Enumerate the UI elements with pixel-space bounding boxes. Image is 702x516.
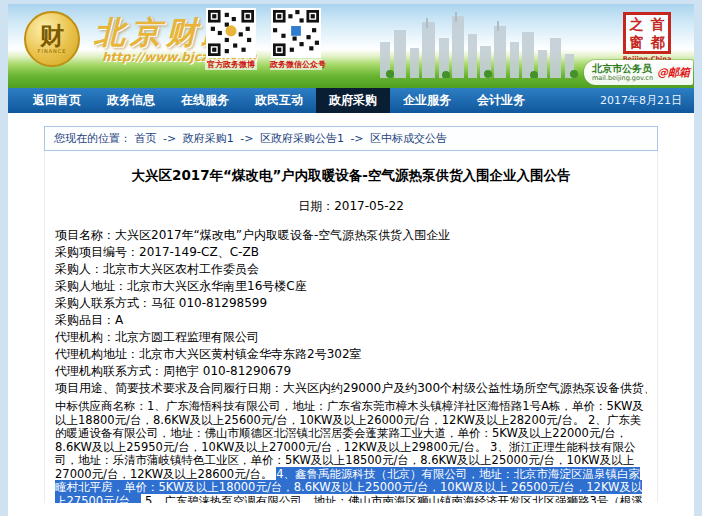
- suppliers-text-after-selection: 5、广东碧涞热泵空调有限公司，地址：佛山市南海区狮山镇南海经济开发区北区强狮路3…: [55, 494, 646, 504]
- coin-glyph: 财: [40, 24, 64, 48]
- nav-item-enterprise[interactable]: 企业服务: [390, 88, 464, 113]
- nav-item-procurement[interactable]: 政府采购: [316, 88, 390, 113]
- field-row: 代理机构：北京方圆工程监理有限公司: [55, 329, 647, 346]
- seal-char: 首: [647, 17, 668, 31]
- capital-window-seal[interactable]: 之 首 窗 都 Beijing-China: [618, 12, 676, 63]
- wechat-qr-code-icon: [271, 8, 321, 58]
- breadcrumb: 您现在的位置： 首页 -> 政府采购1 -> 区政府采购公告1 -> 区中标成交…: [44, 126, 658, 151]
- breadcrumb-district-notices[interactable]: 区政府采购公告1: [260, 132, 344, 145]
- announcement-fields: 项目名称：大兴区2017年“煤改电”户内取暖设备-空气源热泵供货入围企业 采购项…: [55, 227, 647, 397]
- finance-coin-icon[interactable]: 财 FINANCE: [24, 11, 80, 67]
- field-value: 大兴区2017年“煤改电”户内取暖设备-空气源热泵供货入围企业: [115, 228, 450, 242]
- weibo-qr-code-icon: [206, 8, 256, 58]
- nav-item-gov-info[interactable]: 政务信息: [94, 88, 168, 113]
- field-row: 采购人：北京市大兴区农村工作委员会: [55, 261, 647, 278]
- breadcrumb-award-notices[interactable]: 区中标成交公告: [370, 132, 447, 145]
- field-label: 代理机构地址：: [55, 347, 139, 361]
- field-label: 采购人地址：: [55, 279, 127, 293]
- field-value: 马征 010-81298599: [151, 296, 267, 310]
- current-date: 2017年8月21日: [600, 88, 682, 113]
- civil-servant-mail-badge[interactable]: 北京市公务员 mail.beijing.gov.cn @邮箱: [584, 60, 693, 85]
- field-row: 项目名称：大兴区2017年“煤改电”户内取暖设备-空气源热泵供货入围企业: [55, 227, 647, 244]
- field-value: 周艳宇 010-81290679: [163, 364, 291, 378]
- nav-item-interaction[interactable]: 政民互动: [242, 88, 316, 113]
- seal-char: 都: [647, 35, 668, 49]
- breadcrumb-home[interactable]: 首页: [135, 132, 157, 145]
- mail-badge-title: 北京市公务员: [592, 63, 653, 74]
- field-row: 项目用途、简要技术要求及合同履行日期：大兴区内约29000户及约300个村级公益…: [55, 380, 647, 397]
- content-area: 您现在的位置： 首页 -> 政府采购1 -> 区政府采购公告1 -> 区中标成交…: [8, 126, 694, 503]
- email-icon: @邮箱: [657, 65, 690, 80]
- field-row: 代理机构联系方式：周艳宇 010-81290679: [55, 363, 647, 380]
- page: 财 FINANCE 北京财政 http://www.bjcz.gov.cn: [8, 4, 694, 516]
- field-row: 采购品目：A: [55, 312, 647, 329]
- main-navigation: 返回首页 政务信息 在线服务 政民互动 政府采购 企业服务 会计业务 2017年…: [8, 88, 694, 113]
- field-label: 采购人：: [55, 262, 103, 276]
- field-value: 北京市大兴区永华南里16号楼C座: [127, 279, 307, 293]
- field-value: A: [115, 313, 123, 327]
- breadcrumb-procurement[interactable]: 政府采购1: [183, 132, 234, 145]
- winning-suppliers-paragraph: 中标供应商名称：1、广东海悟科技有限公司，地址：广东省东莞市樟木头镇樟洋社区海悟…: [55, 400, 647, 503]
- announcement-article: 大兴区2017年“煤改电”户内取暖设备-空气源热泵供货入围企业入围公告 日期：2…: [44, 151, 658, 503]
- breadcrumb-separator: ->: [347, 132, 366, 145]
- weibo-qr-block: 官方政务微博: [205, 8, 257, 70]
- field-value: 大兴区内约29000户及约300个村级公益性场所空气源热泵设备供货、安装及售后服…: [283, 381, 647, 395]
- field-label: 项目名称：: [55, 228, 115, 242]
- wechat-qr-label: 政务微信公众号: [270, 59, 322, 70]
- breadcrumb-separator: ->: [160, 132, 179, 145]
- nav-item-home[interactable]: 返回首页: [20, 88, 94, 113]
- announcement-date: 日期：2017-05-22: [55, 198, 647, 215]
- field-label: 项目用途、简要技术要求及合同履行日期：: [55, 381, 283, 395]
- field-row: 采购人联系方式：马征 010-81298599: [55, 295, 647, 312]
- seal-char: 之: [626, 17, 647, 31]
- field-label: 代理机构联系方式：: [55, 364, 163, 378]
- field-label: 采购项目编号：: [55, 245, 139, 259]
- wechat-qr-block: 政务微信公众号: [270, 8, 322, 70]
- field-label: 采购人联系方式：: [55, 296, 151, 310]
- field-value: 2017-149-CZ、C-ZB: [139, 245, 259, 259]
- browser-viewport: 财 FINANCE 北京财政 http://www.bjcz.gov.cn: [0, 0, 702, 516]
- mail-badge-url: mail.beijing.gov.cn: [592, 74, 653, 82]
- field-row: 采购人地址：北京市大兴区永华南里16号楼C座: [55, 278, 647, 295]
- field-label: 代理机构：: [55, 330, 115, 344]
- field-value: 北京方圆工程监理有限公司: [115, 330, 259, 344]
- announcement-title: 大兴区2017年“煤改电”户内取暖设备-空气源热泵供货入围企业入围公告: [55, 167, 647, 185]
- field-value: 北京市大兴区农村工作委员会: [103, 262, 259, 276]
- breadcrumb-prefix: 您现在的位置：: [54, 132, 131, 145]
- field-row: 代理机构地址：北京市大兴区黄村镇金华寺东路2号302室: [55, 346, 647, 363]
- suppliers-label: 中标供应商名称：: [55, 399, 147, 413]
- capital-window-seal-icon: 之 首 窗 都: [623, 12, 671, 54]
- field-row: 采购项目编号：2017-149-CZ、C-ZB: [55, 244, 647, 261]
- weibo-qr-label: 官方政务微博: [205, 59, 257, 70]
- nav-item-accounting[interactable]: 会计业务: [464, 88, 538, 113]
- field-value: 北京市大兴区黄村镇金华寺东路2号302室: [139, 347, 362, 361]
- breadcrumb-separator: ->: [237, 132, 256, 145]
- city-skyline-illustration: [376, 12, 591, 78]
- seal-char: 窗: [626, 35, 647, 49]
- coin-caption: FINANCE: [38, 48, 67, 54]
- site-banner: 财 FINANCE 北京财政 http://www.bjcz.gov.cn: [8, 4, 694, 88]
- field-label: 采购品目：: [55, 313, 115, 327]
- nav-item-online-service[interactable]: 在线服务: [168, 88, 242, 113]
